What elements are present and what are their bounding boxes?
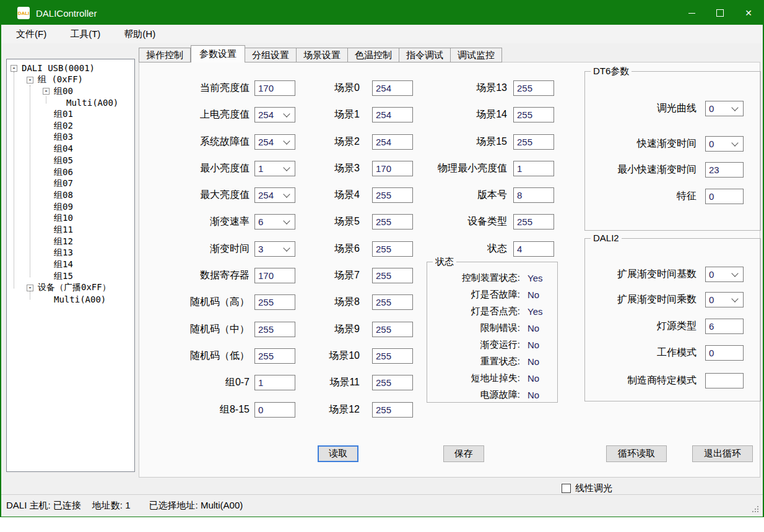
tree-item-group[interactable]: 组01 bbox=[7, 109, 134, 121]
tree-item-group[interactable]: 组02 bbox=[7, 120, 134, 132]
exit-loop-button[interactable]: 退出循环 bbox=[692, 445, 753, 462]
tree-item-label[interactable]: 组03 bbox=[54, 132, 73, 143]
fade-time-select[interactable]: 3 bbox=[254, 241, 295, 257]
tree-collapse-icon[interactable]: - bbox=[27, 77, 33, 84]
scene-13-input[interactable] bbox=[513, 80, 554, 96]
scene-5-input[interactable] bbox=[372, 214, 413, 230]
tree-item-group[interactable]: 组14 bbox=[7, 259, 134, 271]
tab-grouping-settings[interactable]: 分组设置 bbox=[245, 48, 297, 62]
tab-command-debug[interactable]: 指令调试 bbox=[399, 48, 451, 62]
scene-6-input[interactable] bbox=[372, 241, 413, 257]
tab-operation-control[interactable]: 操作控制 bbox=[139, 48, 191, 62]
current-brightness-input[interactable] bbox=[254, 80, 295, 96]
tree-item-group[interactable]: 组05 bbox=[7, 155, 134, 167]
minimize-button[interactable] bbox=[677, 1, 706, 25]
tree-item-label[interactable]: 组10 bbox=[54, 213, 73, 224]
tree-collapse-icon[interactable]: - bbox=[11, 65, 17, 72]
tree-item-group[interactable]: 组13 bbox=[7, 247, 134, 259]
scene-9-input[interactable] bbox=[372, 322, 413, 337]
scene-10-input[interactable] bbox=[372, 348, 413, 364]
fast-fade-time-select[interactable]: 0 bbox=[705, 136, 744, 152]
random-code-high-input[interactable] bbox=[254, 294, 295, 310]
ext-fade-time-multiplier-select[interactable]: 0 bbox=[705, 292, 744, 307]
system-failure-level-select[interactable]: 254 bbox=[254, 134, 295, 150]
tab-scene-settings[interactable]: 场景设置 bbox=[297, 48, 348, 62]
tree-item-group[interactable]: 组03 bbox=[7, 132, 134, 144]
version-input[interactable] bbox=[513, 187, 554, 203]
tree-item-group[interactable]: 组06 bbox=[7, 166, 134, 178]
tree-item-label[interactable]: 组07 bbox=[54, 178, 73, 189]
menu-file[interactable]: 文件(F) bbox=[9, 27, 54, 41]
tree-item-label[interactable]: 组09 bbox=[54, 202, 73, 213]
tree-collapse-icon[interactable]: - bbox=[43, 88, 50, 95]
tree-item-label[interactable]: 组 (0xFF) bbox=[38, 74, 83, 85]
scene-1-input[interactable] bbox=[372, 107, 413, 122]
tree-item-label[interactable]: Multi(A00) bbox=[54, 294, 106, 304]
manufacturer-mode-input[interactable] bbox=[705, 373, 744, 388]
menu-help[interactable]: 帮助(H) bbox=[116, 27, 163, 41]
tree-item-label[interactable]: 组00 bbox=[54, 86, 73, 97]
tree-item-label[interactable]: 组08 bbox=[54, 190, 73, 201]
physical-min-level-input[interactable] bbox=[513, 161, 554, 176]
loop-read-button[interactable]: 循环读取 bbox=[606, 445, 667, 462]
tree-item-label[interactable]: 组02 bbox=[54, 121, 73, 132]
device-type-input[interactable] bbox=[513, 214, 554, 230]
min-level-select[interactable]: 1 bbox=[254, 161, 295, 176]
resize-grip-icon[interactable] bbox=[757, 511, 758, 512]
tree-item-label[interactable]: 组06 bbox=[54, 167, 73, 178]
tree-item-group[interactable]: 组12 bbox=[7, 236, 134, 247]
tree-item-group[interactable]: 组11 bbox=[7, 225, 134, 236]
tree-item-group[interactable]: 组07 bbox=[7, 178, 134, 190]
scene-7-input[interactable] bbox=[372, 268, 413, 283]
group-0-7-input[interactable] bbox=[254, 375, 295, 390]
scene-4-input[interactable] bbox=[372, 187, 413, 203]
tree-item-label[interactable]: 组14 bbox=[54, 259, 73, 270]
tab-parameter-settings[interactable]: 参数设置 bbox=[191, 45, 245, 62]
save-button[interactable]: 保存 bbox=[443, 445, 484, 462]
tree-item-group-00[interactable]: -组00 bbox=[7, 85, 134, 97]
scene-14-input[interactable] bbox=[513, 107, 554, 122]
close-button[interactable]: ✕ bbox=[734, 1, 763, 25]
tab-color-temp-control[interactable]: 色温控制 bbox=[348, 48, 399, 62]
group-8-15-input[interactable] bbox=[254, 402, 295, 418]
tree-item-label[interactable]: 组11 bbox=[54, 225, 73, 236]
random-code-low-input[interactable] bbox=[254, 348, 295, 364]
tree-item-label[interactable]: 组13 bbox=[54, 247, 73, 259]
tree-item-group-root[interactable]: -组 (0xFF) bbox=[7, 74, 134, 86]
linear-dimming-checkbox[interactable] bbox=[562, 484, 571, 493]
tree-item-label[interactable]: 组15 bbox=[54, 271, 73, 282]
scene-11-input[interactable] bbox=[372, 375, 413, 390]
scene-0-input[interactable] bbox=[372, 80, 413, 96]
tree-collapse-icon[interactable]: - bbox=[27, 285, 33, 291]
features-input[interactable] bbox=[705, 189, 744, 204]
scene-15-input[interactable] bbox=[513, 134, 554, 150]
fade-rate-select[interactable]: 6 bbox=[254, 214, 295, 230]
data-register-input[interactable] bbox=[254, 268, 295, 283]
tree-item-multi-a00[interactable]: Multi(A00) bbox=[7, 97, 134, 109]
maximize-button[interactable] bbox=[706, 1, 734, 25]
tree-item-dali-usb[interactable]: -DALI USB(0001) bbox=[7, 62, 134, 74]
status-input[interactable] bbox=[513, 241, 554, 257]
operating-mode-input[interactable] bbox=[705, 345, 744, 361]
tree-item-label[interactable]: Multi(A00) bbox=[66, 98, 118, 108]
tree-item-group[interactable]: 组10 bbox=[7, 213, 134, 225]
tree-item-label[interactable]: 组05 bbox=[54, 155, 73, 166]
tree-item-group[interactable]: 组09 bbox=[7, 201, 134, 213]
tree-item-group[interactable]: 组08 bbox=[7, 190, 134, 202]
dimming-curve-select[interactable]: 0 bbox=[705, 101, 744, 116]
min-fast-fade-time-input[interactable] bbox=[705, 162, 744, 178]
scene-2-input[interactable] bbox=[372, 134, 413, 150]
scene-12-input[interactable] bbox=[372, 402, 413, 418]
tab-debug-monitor[interactable]: 调试监控 bbox=[451, 48, 502, 62]
tree-item-label[interactable]: 组12 bbox=[54, 236, 73, 247]
scene-8-input[interactable] bbox=[372, 294, 413, 310]
light-source-type-input[interactable] bbox=[705, 319, 744, 334]
power-on-level-select[interactable]: 254 bbox=[254, 107, 295, 122]
random-code-mid-input[interactable] bbox=[254, 322, 295, 337]
read-button[interactable]: 读取 bbox=[318, 445, 358, 462]
tree-item-label[interactable]: DALI USB(0001) bbox=[22, 63, 95, 73]
menu-tools[interactable]: 工具(T) bbox=[63, 27, 108, 41]
tree-item-multi-a00[interactable]: Multi(A00) bbox=[7, 294, 134, 306]
tree-item-label[interactable]: 组01 bbox=[54, 109, 73, 120]
ext-fade-time-base-select[interactable]: 0 bbox=[705, 267, 744, 282]
